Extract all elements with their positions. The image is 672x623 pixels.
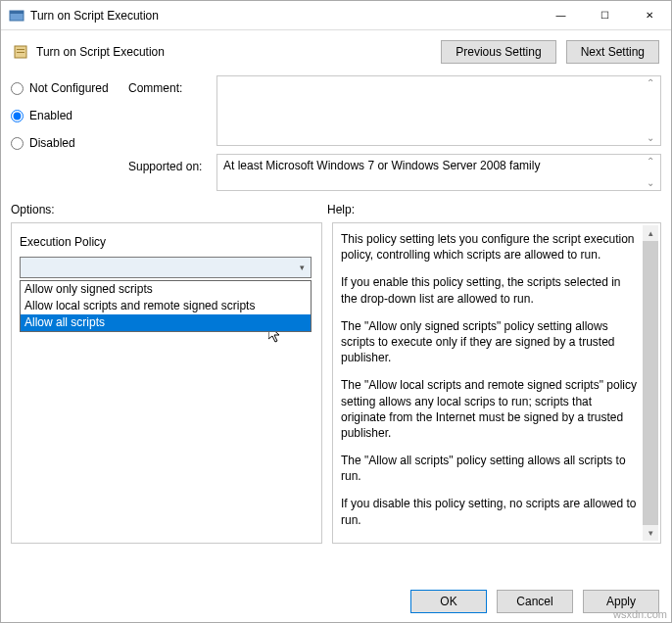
svg-rect-4 (17, 52, 24, 53)
options-label: Options: (11, 203, 327, 216)
nav-buttons: Previous Setting Next Setting (441, 40, 659, 64)
minimize-button[interactable]: — (539, 1, 583, 29)
help-text-3: The "Allow only signed scripts" policy s… (341, 318, 639, 366)
help-panel: This policy setting lets you configure t… (332, 222, 661, 544)
radio-enabled-label: Enabled (29, 109, 72, 122)
dropdown-item-allow-all[interactable]: Allow all scripts (21, 314, 311, 331)
execution-policy-combo[interactable]: ▾ (20, 257, 312, 278)
next-setting-button[interactable]: Next Setting (566, 40, 659, 64)
execution-policy-dropdown: Allow only signed scripts Allow local sc… (20, 280, 312, 332)
help-text-5: The "Allow all scripts" policy setting a… (341, 453, 639, 484)
comment-label: Comment: (128, 75, 216, 146)
execution-policy-label: Execution Policy (20, 235, 313, 249)
scroll-thumb[interactable] (643, 241, 658, 525)
ok-button[interactable]: OK (410, 590, 487, 613)
help-text-6: If you disable this policy setting, no s… (341, 496, 639, 527)
app-icon (9, 8, 24, 24)
help-text-1: This policy setting lets you configure t… (341, 231, 639, 263)
watermark: wsxdn.com (613, 608, 667, 620)
cancel-button[interactable]: Cancel (497, 590, 573, 613)
state-radios: Not Configured Enabled Disabled (11, 75, 128, 191)
policy-title: Turn on Script Execution (36, 45, 441, 59)
help-scrollbar[interactable]: ▴ ▾ (643, 225, 658, 541)
footer: OK Cancel Apply (1, 581, 671, 622)
close-button[interactable]: ✕ (627, 1, 671, 29)
svg-rect-1 (10, 11, 24, 14)
radio-not-configured[interactable]: Not Configured (11, 81, 128, 95)
maximize-button[interactable]: ☐ (583, 1, 627, 29)
section-labels: Options: Help: (1, 199, 671, 222)
header-row: Turn on Script Execution Previous Settin… (1, 30, 671, 70)
svg-rect-3 (17, 49, 24, 50)
panels: Execution Policy ▾ Allow only signed scr… (1, 222, 671, 544)
radio-not-configured-input[interactable] (11, 82, 24, 95)
supported-scroll: ⌃⌄ (643, 157, 658, 188)
options-panel: Execution Policy ▾ Allow only signed scr… (11, 222, 322, 544)
radio-enabled-input[interactable] (11, 110, 24, 122)
dialog-window: Turn on Script Execution — ☐ ✕ Turn on S… (0, 0, 672, 623)
help-text-7: Note: This policy setting exists under b… (341, 540, 639, 544)
help-text-2: If you enable this policy setting, the s… (341, 274, 639, 306)
comment-textarea[interactable]: ⌃⌄ (216, 75, 661, 146)
help-label: Help: (327, 203, 355, 216)
dropdown-item-signed[interactable]: Allow only signed scripts (21, 281, 311, 298)
config-grid: Not Configured Enabled Disabled Comment:… (1, 70, 671, 199)
supported-on-text: At least Microsoft Windows 7 or Windows … (223, 159, 540, 172)
help-text-4: The "Allow local scripts and remote sign… (341, 377, 639, 441)
titlebar: Turn on Script Execution — ☐ ✕ (1, 1, 671, 30)
radio-disabled[interactable]: Disabled (11, 136, 128, 150)
dropdown-item-local-remote[interactable]: Allow local scripts and remote signed sc… (21, 298, 311, 314)
radio-disabled-label: Disabled (29, 136, 75, 150)
radio-enabled[interactable]: Enabled (11, 109, 128, 122)
scroll-up-icon[interactable]: ▴ (643, 225, 658, 241)
window-buttons: — ☐ ✕ (539, 1, 671, 29)
supported-on-box: At least Microsoft Windows 7 or Windows … (216, 154, 661, 191)
combo-chevron-icon[interactable]: ▾ (293, 258, 311, 277)
comment-scroll: ⌃⌄ (643, 78, 658, 143)
supported-label: Supported on: (128, 154, 216, 191)
scroll-down-icon[interactable]: ▾ (643, 525, 658, 541)
policy-icon (13, 44, 28, 60)
radio-disabled-input[interactable] (11, 137, 24, 150)
radio-not-configured-label: Not Configured (29, 81, 109, 95)
previous-setting-button[interactable]: Previous Setting (441, 40, 555, 64)
window-title: Turn on Script Execution (30, 9, 539, 23)
